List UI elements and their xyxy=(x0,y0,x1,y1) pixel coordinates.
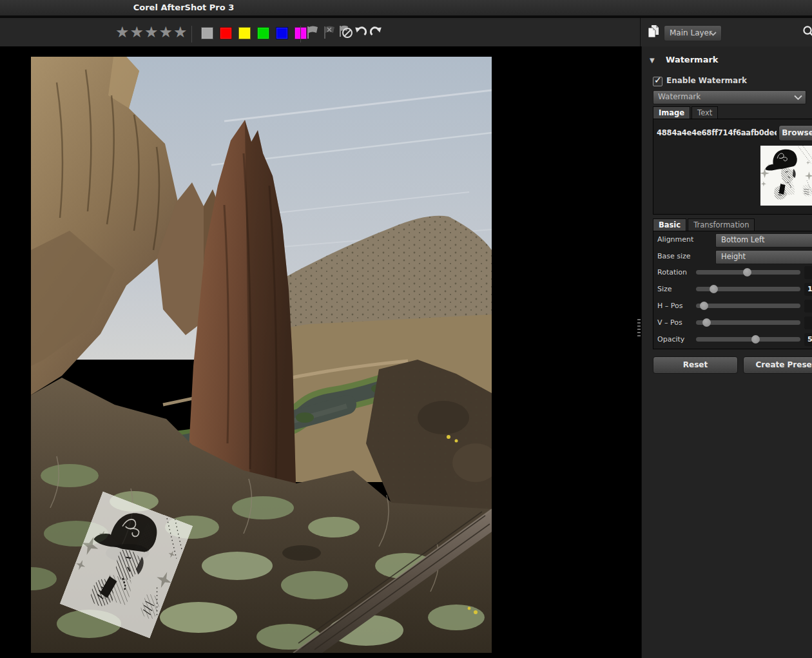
browse-button[interactable]: Browse xyxy=(778,125,812,141)
slider-row-rotation: Rotation xyxy=(653,266,812,279)
tab-image[interactable]: Image xyxy=(653,106,690,119)
slider-handle[interactable] xyxy=(702,318,711,327)
source-tabs: ImageText xyxy=(653,106,718,119)
control-label: Alignment xyxy=(657,233,693,246)
slider-label: V – Pos xyxy=(657,316,682,329)
control-row-base-size: Base sizeHeight xyxy=(653,250,812,263)
color-swatch-1[interactable] xyxy=(201,27,213,39)
slider-track[interactable] xyxy=(696,270,800,275)
slider-value[interactable]: 5 xyxy=(804,333,812,346)
star-icon[interactable]: ★ xyxy=(173,23,188,42)
slider-handle[interactable] xyxy=(743,268,751,276)
image-viewer xyxy=(0,46,641,658)
create-preset-button[interactable]: Create Preset xyxy=(743,356,812,374)
color-swatch-4[interactable] xyxy=(257,27,269,39)
alignment-dropdown[interactable]: Bottom Left xyxy=(715,233,812,247)
color-swatch-5[interactable] xyxy=(276,27,288,39)
slider-track[interactable] xyxy=(696,320,800,325)
window-title: Corel AfterShot Pro 3 xyxy=(0,0,367,15)
toolbar-divider xyxy=(191,26,192,43)
slider-track[interactable] xyxy=(696,337,800,342)
chevron-down-icon xyxy=(710,32,717,36)
slider-handle[interactable] xyxy=(751,335,760,344)
dropdown-value: Height xyxy=(716,251,812,263)
flag-pick-icon[interactable] xyxy=(305,24,320,40)
base-size-dropdown[interactable]: Height xyxy=(715,250,812,264)
redo-icon[interactable] xyxy=(368,24,383,41)
layer-dropdown[interactable]: Main Layer xyxy=(664,25,722,41)
star-icon[interactable]: ★ xyxy=(130,23,144,42)
slider-label: Opacity xyxy=(657,333,684,346)
color-swatches xyxy=(201,27,307,39)
watermark-preset-dropdown[interactable]: Watermark xyxy=(653,90,806,104)
main-toolbar: ★★★★★ xyxy=(0,18,812,46)
slider-row-size: Size1 xyxy=(653,283,812,296)
copy-pages-icon[interactable] xyxy=(646,24,661,39)
undo-icon[interactable] xyxy=(353,24,369,41)
slider-track[interactable] xyxy=(696,287,800,291)
slider-label: H – Pos xyxy=(657,300,682,313)
slider-row-opacity: Opacity5 xyxy=(653,333,812,346)
slider-value[interactable] xyxy=(804,266,812,279)
star-icon[interactable]: ★ xyxy=(144,23,159,42)
color-swatch-3[interactable] xyxy=(238,27,251,39)
title-bar: Corel AfterShot Pro 3 xyxy=(0,0,812,15)
tab-basic[interactable]: Basic xyxy=(653,218,686,231)
enable-watermark-checkbox[interactable]: ✓ xyxy=(653,77,662,86)
enable-watermark-label: Enable Watermark xyxy=(666,76,747,85)
slider-label: Rotation xyxy=(657,266,687,279)
thumbnail-sketch xyxy=(760,146,812,206)
watermark-filename: 4884a4e4e68ff714f6aafb0dee2e.jpg xyxy=(657,126,777,139)
star-icon[interactable]: ★ xyxy=(159,23,173,42)
control-row-alignment: AlignmentBottom Left xyxy=(653,233,812,246)
slider-handle[interactable] xyxy=(710,285,718,293)
settings-tabs: BasicTransformation xyxy=(653,218,755,231)
watermark-preset-value: Watermark xyxy=(658,91,701,103)
slider-value[interactable]: 1 xyxy=(804,283,812,296)
chevron-down-icon xyxy=(794,95,802,101)
control-label: Base size xyxy=(657,250,691,263)
photo-image xyxy=(31,57,492,653)
reset-button[interactable]: Reset xyxy=(653,356,738,374)
star-rating[interactable]: ★★★★★ xyxy=(115,23,188,42)
basic-controls: AlignmentBottom LeftBase sizeHeightRotat… xyxy=(653,231,812,349)
color-swatch-2[interactable] xyxy=(220,27,232,39)
watermark-thumbnail xyxy=(760,146,812,206)
slider-label: Size xyxy=(657,283,672,296)
slider-handle[interactable] xyxy=(700,302,708,310)
app-window: Corel AfterShot Pro 3 ★★★★★ xyxy=(0,0,812,658)
slider-value[interactable] xyxy=(804,316,812,329)
dropdown-value: Bottom Left xyxy=(716,234,812,246)
search-icon[interactable] xyxy=(802,25,812,39)
flag-reject-icon[interactable] xyxy=(322,24,336,40)
slider-row-h-pos: H – Pos xyxy=(653,300,812,313)
layer-dropdown-value: Main Layer xyxy=(670,26,712,40)
star-icon[interactable]: ★ xyxy=(115,23,130,42)
slider-value[interactable] xyxy=(804,300,812,313)
check-icon: ✓ xyxy=(654,75,662,85)
toolbar-divider xyxy=(300,26,301,43)
panel-splitter[interactable] xyxy=(636,319,641,387)
flag-clear-icon[interactable] xyxy=(338,24,354,40)
tab-text[interactable]: Text xyxy=(691,106,718,119)
image-source-box: 4884a4e4e68ff714f6aafb0dee2e.jpg Browse xyxy=(653,119,812,215)
slider-track[interactable] xyxy=(696,304,800,308)
panel-title: Watermark xyxy=(666,55,718,64)
slider-row-v-pos: V – Pos xyxy=(653,316,812,329)
toolbar-divider xyxy=(640,18,641,46)
collapse-triangle-icon[interactable]: ▼ xyxy=(650,57,655,64)
watermark-panel: ▼ Watermark ✓ Enable Watermark Watermark… xyxy=(641,46,812,658)
tab-transformation[interactable]: Transformation xyxy=(688,218,755,231)
